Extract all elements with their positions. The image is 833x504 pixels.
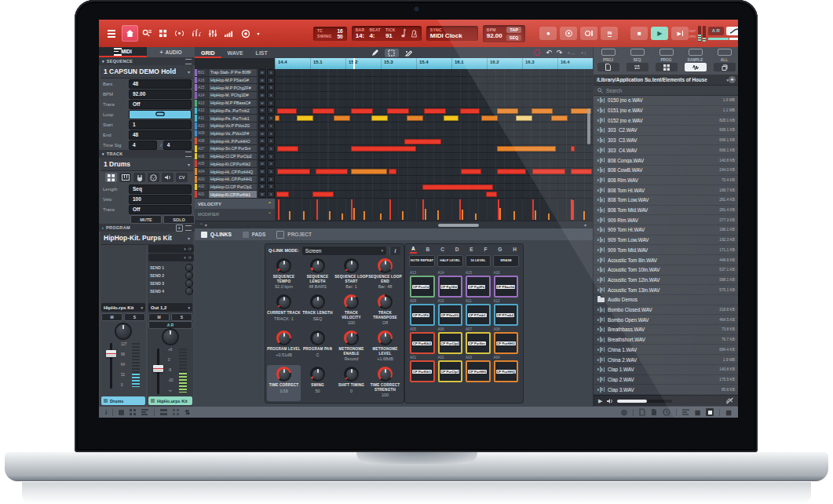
midi-note[interactable] xyxy=(371,115,388,121)
program-selector[interactable]: HipHop-Kit. Purps Kit▾ xyxy=(100,232,193,245)
playhead-marker[interactable] xyxy=(353,58,355,69)
file-row[interactable]: 808 Tom Hi.WAV168.7 KB xyxy=(594,185,738,195)
tab-pads[interactable]: PADS xyxy=(243,232,266,238)
track-row-A06[interactable]: A06HipHop-Cl.CP PurClp2MS xyxy=(195,153,275,161)
pad-bank-G[interactable]: G xyxy=(496,246,503,253)
qlink-knob[interactable] xyxy=(344,294,359,309)
track-solo-button[interactable]: S xyxy=(267,69,275,76)
pencil-tool-button[interactable] xyxy=(368,49,382,57)
strip-output-selector[interactable]: Out 1,2▾ xyxy=(148,303,192,312)
browser-file-button[interactable] xyxy=(639,408,645,416)
strip-solo-button[interactable]: S xyxy=(171,313,192,321)
pad-A03[interactable]: CP PurHH1 xyxy=(466,360,491,382)
track-mute-button[interactable]: M xyxy=(258,107,266,114)
metronome-icon[interactable] xyxy=(411,30,418,38)
seq-tempo-button[interactable]: SEQ xyxy=(506,35,522,41)
qlink-knob[interactable] xyxy=(276,294,291,309)
pad-bank-F[interactable]: F xyxy=(482,246,488,253)
note-value-icon[interactable] xyxy=(400,28,406,38)
qlink-knob[interactable] xyxy=(276,367,291,382)
field-value[interactable]: 92.00 xyxy=(129,89,192,99)
view-mixer-button[interactable]: ⇅ xyxy=(185,409,190,416)
midi-note[interactable] xyxy=(387,108,409,114)
file-row[interactable]: 909 Tom Low.WAV192.3 KB xyxy=(594,236,738,246)
automation-curve-button[interactable] xyxy=(726,27,738,35)
tab-qlinks[interactable]: Q-LINKS xyxy=(201,232,232,238)
midi-note[interactable] xyxy=(404,139,441,144)
velocity-stem[interactable] xyxy=(583,211,585,220)
loop-toggle[interactable] xyxy=(129,110,192,119)
track-row-B01[interactable]: B01Trap-Stab-.P Pre 808FMS xyxy=(195,69,275,77)
pad-bank-H[interactable]: H xyxy=(511,246,518,253)
file-row[interactable]: 303_C4.WAV668.1 KB xyxy=(594,146,738,156)
midi-note[interactable] xyxy=(481,115,498,121)
track-solo-button[interactable]: S xyxy=(267,183,275,190)
velocity-stem[interactable] xyxy=(425,209,426,220)
velocity-stem[interactable] xyxy=(422,199,424,220)
pad-A04[interactable]: CP PurHHQ xyxy=(494,360,519,382)
timesig-numerator[interactable]: 4 xyxy=(129,141,157,150)
level-meters-button[interactable] xyxy=(221,25,237,42)
info-button[interactable]: i xyxy=(105,409,107,416)
velocity-stem[interactable] xyxy=(532,199,534,220)
browser-record-button[interactable]: ◎ xyxy=(621,408,627,416)
modifier-lane-header[interactable]: MODIFIER⌃ xyxy=(195,209,275,219)
qlink-knob-cell[interactable]: PROGRAM LEVEL+0.51dB xyxy=(267,329,301,365)
midi-note[interactable] xyxy=(444,115,459,121)
pad-A01[interactable]: CP PurKik1 xyxy=(410,360,435,382)
midi-note[interactable] xyxy=(297,115,313,121)
strip-fader-handle[interactable] xyxy=(153,365,163,372)
midi-note[interactable] xyxy=(422,184,493,190)
velocity-lane-header[interactable]: VELOCITY⌃ xyxy=(195,199,275,209)
browser-tab-seq[interactable]: SEQ xyxy=(623,57,652,75)
eraser-tool-button[interactable] xyxy=(401,49,415,57)
play-button[interactable]: ▶ xyxy=(651,27,668,40)
strip-mute-button[interactable]: M xyxy=(148,313,170,321)
tab-list[interactable]: LIST xyxy=(250,47,274,58)
zoom-h-button[interactable]: +↔ xyxy=(567,50,575,56)
qlink-knob[interactable] xyxy=(310,258,325,273)
file-row[interactable]: Acoustic Tom 8in.WAV448.6 KB xyxy=(594,255,738,265)
undo-button[interactable]: ↶ xyxy=(546,49,552,57)
lane-collapse-icon[interactable]: ⌃ xyxy=(268,211,272,217)
browser-tab-sample[interactable]: SAMPLE xyxy=(681,57,710,75)
strip-mute-button[interactable]: M xyxy=(101,313,122,321)
qlink-knob-cell[interactable]: METRONOME ENABLERecord xyxy=(334,329,368,365)
track-mute-button[interactable]: M xyxy=(258,69,266,76)
grid-vertical-scrollbar[interactable] xyxy=(587,108,590,144)
marquee-tool-button[interactable] xyxy=(385,49,399,57)
view-quad-button[interactable] xyxy=(130,409,136,415)
midi-note[interactable] xyxy=(312,108,334,114)
track-mute-button[interactable]: M xyxy=(258,77,266,84)
position-box[interactable]: BAR 14: BEAT 4: TICK 91 xyxy=(352,26,422,41)
track-type-cv[interactable]: CV xyxy=(176,173,188,182)
send-knob-row[interactable]: SEND 4 xyxy=(150,287,192,295)
file-row[interactable]: 0150 jno e.WAV1.6 MB xyxy=(594,96,738,106)
velocity-stem[interactable] xyxy=(498,199,499,220)
velocity-stem[interactable] xyxy=(572,200,574,220)
help-button[interactable]: ▩ xyxy=(725,409,732,416)
pad-A15[interactable]: CP P.g2F# xyxy=(466,276,491,298)
file-row[interactable]: 909 Rim.WAV277.3 KB xyxy=(594,215,738,225)
tc-swing-box[interactable]: TC 16 SWING 50 xyxy=(313,27,347,41)
sequence-menu-icon[interactable] xyxy=(185,59,192,64)
lane-add-icon[interactable]: ⌃ ▾ xyxy=(199,222,207,228)
midi-note[interactable] xyxy=(571,146,575,152)
midi-note[interactable] xyxy=(407,115,423,121)
track-row-A08[interactable]: A08HipHop-Hi..P.PurHHOMS xyxy=(195,137,275,145)
velocity-stem[interactable] xyxy=(459,199,461,220)
track-mute-button[interactable]: M xyxy=(258,100,266,107)
velocity-stem[interactable] xyxy=(513,211,515,220)
file-row[interactable]: Bombo Open.WAV464.5 KB xyxy=(594,315,738,325)
midi-note[interactable] xyxy=(486,192,497,197)
track-row-A11[interactable]: A11HipHop-Pe..PurTmb1MS xyxy=(195,115,275,122)
track-mute-button[interactable]: M xyxy=(258,176,266,183)
browser-list-view-button[interactable] xyxy=(682,409,689,415)
automation-read-button[interactable]: A R xyxy=(708,27,724,35)
pad-A08[interactable]: CP PurHHO xyxy=(494,332,519,354)
strip-pan-knob[interactable] xyxy=(116,324,130,338)
file-row[interactable]: 808 Tom Low.WAV281.4 KB xyxy=(594,195,738,206)
midi-note[interactable] xyxy=(551,115,568,121)
velocity-stem[interactable] xyxy=(278,199,279,220)
track-mute-button[interactable]: M xyxy=(258,122,266,130)
